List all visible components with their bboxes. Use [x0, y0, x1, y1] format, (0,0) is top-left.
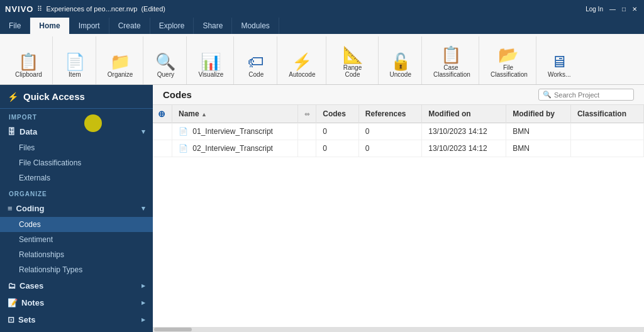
- login-link[interactable]: Log In: [584, 6, 605, 13]
- autocode-label: Autocode: [289, 71, 315, 78]
- search-input[interactable]: [554, 91, 630, 99]
- sidebar-group-notes[interactable]: 📝 Notes ▸: [0, 294, 153, 311]
- item-icon: 📄: [65, 53, 85, 70]
- tab-share[interactable]: Share: [194, 18, 232, 34]
- sidebar-group-data-label: Data: [19, 127, 37, 136]
- codes-table: ⊕ Name ▲ ⇔ Codes References Modified on …: [153, 105, 644, 157]
- tab-explore[interactable]: Explore: [150, 18, 194, 34]
- row1-codes: 0: [316, 123, 359, 140]
- workspace-btn[interactable]: 🖥 Works...: [543, 50, 575, 82]
- ribbon-group-visualize: 📊 Visualize: [188, 36, 234, 84]
- quick-access-icon: ⚡: [8, 92, 18, 102]
- data-chevron-icon: ▾: [142, 128, 145, 136]
- clipboard-btn[interactable]: 📋 Clipboard: [10, 50, 47, 82]
- sidebar-item-codes[interactable]: Codes: [0, 217, 153, 232]
- coding-icon: ≡: [8, 204, 13, 213]
- window-restore[interactable]: □: [620, 6, 628, 13]
- case-classification-btn[interactable]: 📋 Case Classification: [428, 43, 474, 82]
- tab-create[interactable]: Create: [109, 18, 150, 34]
- table-row[interactable]: 📄 02_Interview_Transcript 0 0 13/10/2023…: [153, 140, 644, 157]
- col-modified-on[interactable]: Modified on: [422, 105, 506, 123]
- scrollbar-thumb[interactable]: [154, 328, 192, 331]
- table-body: 📄 01_Interview_Transcript 0 0 13/10/2023…: [153, 123, 644, 157]
- tab-import[interactable]: Import: [70, 18, 109, 34]
- row2-link: [298, 140, 316, 157]
- sidebar-group-cases-left: 🗂 Cases: [8, 281, 43, 290]
- add-row-btn[interactable]: ⊕: [158, 109, 165, 119]
- col-add[interactable]: ⊕: [153, 105, 172, 123]
- item-btn[interactable]: 📄 Item: [59, 50, 91, 82]
- col-codes[interactable]: Codes: [316, 105, 359, 123]
- row2-references: 0: [358, 140, 421, 157]
- file-classifications-label: File Classifications: [19, 158, 81, 167]
- organize-icon: 📁: [110, 53, 130, 70]
- query-btn[interactable]: 🔍 Query: [150, 50, 181, 82]
- visualize-label: Visualize: [198, 71, 223, 78]
- query-icon: 🔍: [155, 53, 175, 70]
- tab-file[interactable]: File: [0, 18, 30, 34]
- item-label: Item: [69, 71, 80, 78]
- ribbon-tabs: File Home Import Create Explore Share Mo…: [0, 18, 644, 34]
- content-title: Codes: [163, 89, 192, 100]
- project-name: Experiences of peo...ncer.nvp: [46, 5, 137, 13]
- sidebar-group-data[interactable]: 🗄 Data ▾: [0, 123, 153, 140]
- ribbon: File Home Import Create Explore Share Mo…: [0, 18, 644, 85]
- row1-modified-on: 13/10/2023 14:12: [422, 123, 506, 140]
- sidebar-group-cases[interactable]: 🗂 Cases ▸: [0, 277, 153, 294]
- quick-access[interactable]: ⚡ Quick Access: [0, 85, 153, 109]
- import-section-label: IMPORT: [0, 109, 153, 123]
- sidebar-group-sets[interactable]: ⊡ Sets ▸: [0, 311, 153, 328]
- rangecode-btn[interactable]: 📐 Range Code: [333, 43, 373, 82]
- tab-home[interactable]: Home: [30, 18, 69, 34]
- col-link[interactable]: ⇔: [298, 105, 316, 123]
- sidebar-item-externals[interactable]: Externals: [0, 170, 153, 185]
- main-layout: ⚡ Quick Access IMPORT 🗄 Data ▾ Files Fil…: [0, 85, 644, 332]
- file-classification-btn[interactable]: 📂 File Classification: [486, 43, 531, 82]
- query-label: Query: [157, 71, 174, 78]
- workspace-icon: 🖥: [551, 53, 567, 70]
- content-area: Codes 🔍 ⊕ Name ▲: [153, 85, 644, 332]
- window-minimize[interactable]: —: [608, 6, 618, 13]
- code-btn[interactable]: 🏷 Code: [240, 50, 272, 82]
- ribbon-group-organize: 📁 Organize: [97, 36, 144, 84]
- row2-classification: [570, 140, 643, 157]
- cases-icon: 🗂: [8, 281, 16, 290]
- sidebar-group-coding[interactable]: ≡ Coding ▾: [0, 200, 153, 217]
- rangecode-label: Range Code: [338, 64, 368, 78]
- col-classification[interactable]: Classification: [570, 105, 643, 123]
- file-icon: 📄: [179, 144, 188, 153]
- case-classification-label: Case Classification: [433, 64, 469, 78]
- search-box[interactable]: 🔍: [538, 89, 634, 101]
- case-classification-icon: 📋: [441, 47, 461, 63]
- sidebar-item-files[interactable]: Files: [0, 140, 153, 155]
- col-modified-by[interactable]: Modified by: [506, 105, 571, 123]
- content-header: Codes 🔍: [153, 85, 644, 105]
- organize-btn[interactable]: 📁 Organize: [103, 50, 138, 82]
- row2-codes: 0: [316, 140, 359, 157]
- ribbon-group-uncode: 🔓 Uncode: [380, 36, 422, 84]
- row1-link: [298, 123, 316, 140]
- horizontal-scrollbar[interactable]: [153, 327, 644, 332]
- sidebar: ⚡ Quick Access IMPORT 🗄 Data ▾ Files Fil…: [0, 85, 153, 332]
- col-references[interactable]: References: [358, 105, 421, 123]
- row2-modified-by: BMN: [506, 140, 571, 157]
- notes-icon: 📝: [8, 298, 18, 307]
- sidebar-item-file-classifications[interactable]: File Classifications: [0, 155, 153, 170]
- quick-access-label: Quick Access: [23, 91, 85, 102]
- sidebar-item-sentiment[interactable]: Sentiment: [0, 232, 153, 247]
- sidebar-item-relationship-types[interactable]: Relationship Types: [0, 262, 153, 277]
- tab-modules[interactable]: Modules: [232, 18, 279, 34]
- ribbon-content: 📋 Clipboard 📄 Item 📁 Organize: [0, 34, 644, 84]
- autocode-icon: ⚡: [292, 53, 312, 70]
- scrollbar-area: [153, 327, 644, 332]
- row2-name: 📄 02_Interview_Transcript: [172, 140, 298, 157]
- organize-section-label: ORGANIZE: [0, 185, 153, 200]
- table-row[interactable]: 📄 01_Interview_Transcript 0 0 13/10/2023…: [153, 123, 644, 140]
- visualize-btn[interactable]: 📊 Visualize: [193, 50, 228, 82]
- ribbon-group-autocode: ⚡ Autocode: [279, 36, 326, 84]
- col-name[interactable]: Name ▲: [172, 105, 298, 123]
- sidebar-item-relationships[interactable]: Relationships: [0, 247, 153, 262]
- uncode-btn[interactable]: 🔓 Uncode: [385, 50, 416, 82]
- window-close[interactable]: ✕: [630, 6, 639, 13]
- autocode-btn[interactable]: ⚡ Autocode: [284, 50, 320, 82]
